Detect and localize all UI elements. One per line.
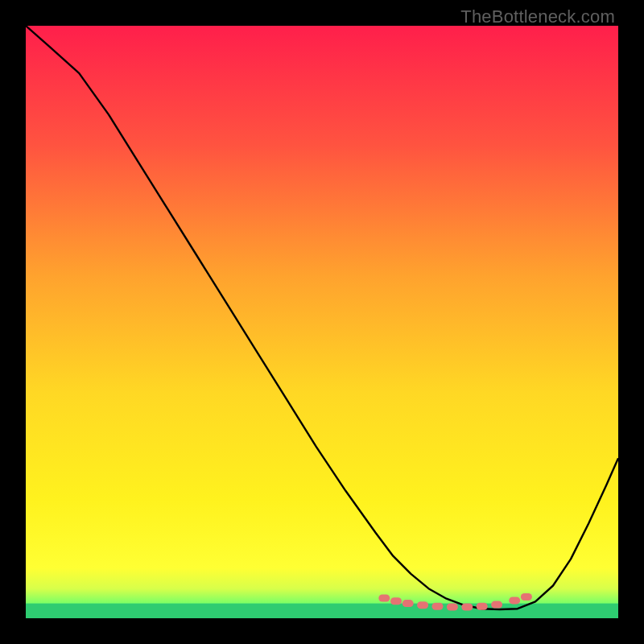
- optimal-marker: [402, 600, 414, 607]
- optimal-marker: [491, 601, 502, 609]
- watermark-text: TheBottleneck.com: [460, 6, 615, 27]
- bottleneck-chart: [26, 26, 618, 618]
- optimal-marker: [509, 597, 520, 604]
- optimal-marker: [477, 603, 488, 610]
- gradient-background: [26, 26, 618, 618]
- optimal-marker: [447, 604, 458, 611]
- chart-frame: TheBottleneck.com: [0, 0, 644, 644]
- optimal-marker: [461, 604, 473, 611]
- optimal-marker: [390, 597, 402, 605]
- optimal-marker: [417, 601, 428, 609]
- optimal-marker: [378, 595, 390, 602]
- optimal-band: [26, 604, 618, 618]
- optimal-marker: [521, 593, 532, 601]
- optimal-marker: [432, 603, 444, 610]
